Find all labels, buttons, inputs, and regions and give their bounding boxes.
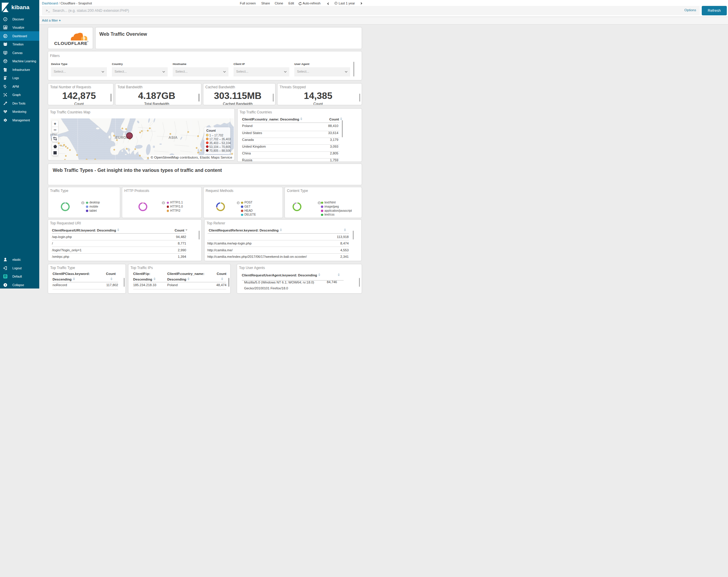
svg-text:ASIA: ASIA (168, 135, 178, 140)
svg-text:®: ® (87, 41, 88, 42)
svg-text:CLOUDFLARE: CLOUDFLARE (54, 41, 87, 46)
